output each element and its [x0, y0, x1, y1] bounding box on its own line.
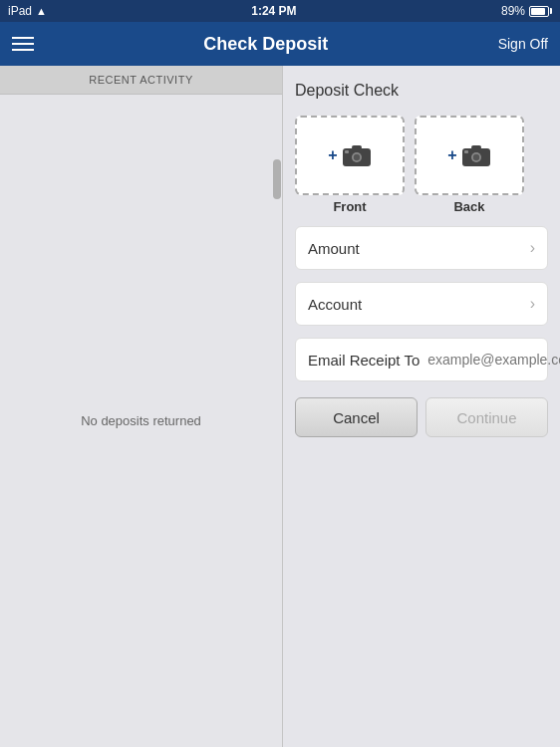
svg-rect-9: [464, 150, 468, 153]
status-left: iPad ▲: [8, 4, 47, 18]
svg-point-2: [353, 154, 359, 160]
hamburger-line-1: [12, 37, 34, 39]
status-right: 89%: [501, 4, 552, 18]
account-field[interactable]: Account ›: [295, 282, 548, 326]
battery-percent: 89%: [501, 4, 525, 18]
continue-button[interactable]: Continue: [425, 397, 548, 437]
front-capture-wrapper: + Front: [295, 116, 405, 214]
amount-field[interactable]: Amount ›: [295, 226, 548, 270]
left-panel: RECENT ACTIVITY No deposits returned: [0, 66, 283, 747]
front-camera-box[interactable]: +: [295, 116, 405, 195]
email-receipt-label: Email Receipt To: [308, 352, 420, 369]
email-field: Email Receipt To: [295, 338, 548, 381]
scroll-indicator: [273, 159, 281, 199]
account-chevron-icon: ›: [530, 295, 535, 313]
email-input[interactable]: [427, 352, 560, 368]
sign-off-button[interactable]: Sign Off: [498, 36, 548, 52]
svg-point-7: [472, 154, 478, 160]
svg-rect-3: [352, 145, 362, 149]
back-camera-icon-group: +: [447, 143, 490, 167]
back-label: Back: [453, 199, 484, 214]
back-plus-icon: +: [447, 146, 456, 164]
page-title: Check Deposit: [203, 34, 328, 55]
back-capture-wrapper: + Back: [415, 116, 524, 214]
back-camera-box[interactable]: +: [415, 116, 524, 195]
button-row: Cancel Continue: [295, 397, 548, 437]
cancel-button[interactable]: Cancel: [295, 397, 418, 437]
account-label: Account: [308, 296, 362, 313]
battery-icon: [529, 6, 552, 17]
status-bar: iPad ▲ 1:24 PM 89%: [0, 0, 560, 22]
status-time: 1:24 PM: [251, 4, 296, 18]
wifi-icon: ▲: [36, 5, 47, 17]
menu-button[interactable]: [12, 37, 34, 51]
front-camera-icon-group: +: [328, 143, 371, 167]
svg-rect-8: [471, 145, 481, 149]
amount-chevron-icon: ›: [530, 239, 535, 257]
hamburger-line-2: [12, 43, 34, 45]
amount-label: Amount: [308, 240, 360, 257]
front-plus-icon: +: [328, 146, 337, 164]
svg-rect-4: [345, 150, 349, 153]
main-layout: RECENT ACTIVITY No deposits returned Dep…: [0, 66, 560, 747]
right-panel: Deposit Check +: [283, 66, 560, 747]
nav-bar: Check Deposit Sign Off: [0, 22, 560, 66]
camera-row: + Front +: [295, 116, 548, 214]
hamburger-line-3: [12, 49, 34, 51]
recent-activity-header: RECENT ACTIVITY: [0, 66, 282, 95]
deposit-check-title: Deposit Check: [295, 82, 548, 100]
front-label: Front: [333, 199, 366, 214]
no-deposits-message: No deposits returned: [0, 95, 282, 747]
front-camera-svg: [342, 143, 372, 167]
device-label: iPad: [8, 4, 32, 18]
back-camera-svg: [461, 143, 491, 167]
